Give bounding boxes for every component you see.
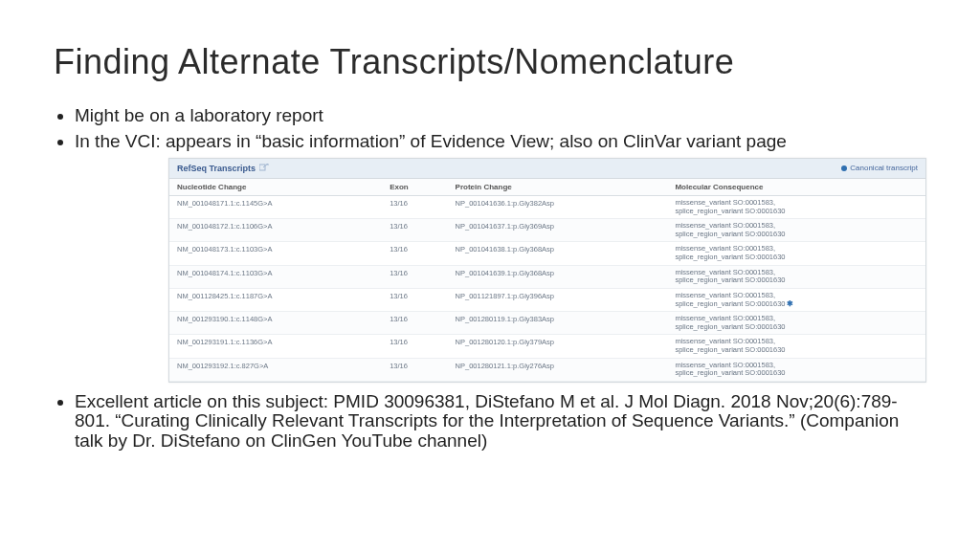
canonical-legend-text: Canonical transcript (850, 164, 918, 172)
cell-nucleotide: NM_001048172.1:c.1106G>A (169, 219, 382, 242)
table-title: RefSeq Transcripts (177, 164, 269, 173)
cell-protein: NP_001041637.1:p.Gly369Asp (448, 219, 668, 242)
bullet-list-2: Excellent article on this subject: PMID … (57, 392, 926, 452)
cell-consequence: missense_variant SO:0001583,splice_regio… (667, 195, 925, 218)
cell-exon: 13/16 (382, 195, 447, 218)
bullet-list: Might be on a laboratory report In the V… (57, 105, 926, 152)
col-protein: Protein Change (448, 179, 668, 196)
cell-exon: 13/16 (382, 358, 447, 381)
col-consequence: Molecular Consequence (667, 179, 925, 196)
cell-nucleotide: NM_001128425.1:c.1187G>A (169, 288, 382, 311)
cell-protein: NP_001280120.1:p.Gly379Asp (448, 335, 668, 358)
cell-consequence: missense_variant SO:0001583,splice_regio… (667, 219, 925, 242)
page-title: Finding Alternate Transcripts/Nomenclatu… (54, 42, 926, 82)
cell-nucleotide: NM_001293191.1:c.1136G>A (169, 335, 382, 358)
table-title-text: RefSeq Transcripts (177, 164, 256, 173)
cell-exon: 13/16 (382, 312, 447, 335)
slide: Finding Alternate Transcripts/Nomenclatu… (0, 0, 980, 551)
cell-exon: 13/16 (382, 288, 447, 311)
table-row: NM_001048172.1:c.1106G>A13/16NP_00104163… (169, 219, 925, 242)
table-row: NM_001293190.1:c.1148G>A13/16NP_00128011… (169, 312, 925, 335)
cell-nucleotide: NM_001048173.1:c.1103G>A (169, 242, 382, 265)
bullet-item: In the VCI: appears in “basic informatio… (75, 132, 926, 152)
cell-protein: NP_001121897.1:p.Gly396Asp (448, 288, 668, 311)
cell-exon: 13/16 (382, 219, 447, 242)
cell-protein: NP_001280121.1:p.Gly276Asp (448, 358, 668, 381)
svg-rect-0 (259, 165, 265, 170)
cell-nucleotide: NM_001293190.1:c.1148G>A (169, 312, 382, 335)
cell-protein: NP_001041639.1:p.Gly368Asp (448, 265, 668, 288)
table-row: NM_001128425.1:c.1187G>A13/16NP_00112189… (169, 288, 925, 311)
cell-protein: NP_001280119.1:p.Gly383Asp (448, 312, 668, 335)
cell-protein: NP_001041638.1:p.Gly368Asp (448, 242, 668, 265)
cell-consequence: missense_variant SO:0001583,splice_regio… (667, 288, 925, 311)
cell-exon: 13/16 (382, 265, 447, 288)
cell-consequence: missense_variant SO:0001583,splice_regio… (667, 358, 925, 381)
cell-protein: NP_001041636.1:p.Gly382Asp (448, 195, 668, 218)
bullet-item: Might be on a laboratory report (75, 105, 926, 126)
refseq-table-panel: RefSeq Transcripts Canonical transcript … (168, 158, 926, 383)
canonical-legend: Canonical transcript (841, 164, 918, 172)
cell-nucleotide: NM_001048174.1:c.1103G>A (169, 265, 382, 288)
cell-nucleotide: NM_001293192.1:c.827G>A (169, 358, 382, 381)
col-exon: Exon (382, 179, 447, 196)
cell-consequence: missense_variant SO:0001583,splice_regio… (667, 242, 925, 265)
table-header-bar: RefSeq Transcripts Canonical transcript (169, 159, 925, 179)
table-header-row: Nucleotide Change Exon Protein Change Mo… (169, 179, 925, 196)
table-row: NM_001048174.1:c.1103G>A13/16NP_00104163… (169, 265, 925, 288)
cell-exon: 13/16 (382, 335, 447, 358)
cell-nucleotide: NM_001048171.1:c.1145G>A (169, 195, 382, 218)
bullet-item: Excellent article on this subject: PMID … (75, 392, 926, 452)
canonical-star-icon: ✱ (785, 299, 793, 308)
refseq-table: Nucleotide Change Exon Protein Change Mo… (169, 179, 925, 382)
cell-exon: 13/16 (382, 242, 447, 265)
table-row: NM_001293192.1:c.827G>A13/16NP_001280121… (169, 358, 925, 381)
table-row: NM_001293191.1:c.1136G>A13/16NP_00128012… (169, 335, 925, 358)
table-body: NM_001048171.1:c.1145G>A13/16NP_00104163… (169, 195, 925, 381)
col-nucleotide: Nucleotide Change (169, 179, 382, 196)
table-row: NM_001048173.1:c.1103G>A13/16NP_00104163… (169, 242, 925, 265)
cell-consequence: missense_variant SO:0001583,splice_regio… (667, 335, 925, 358)
cell-consequence: missense_variant SO:0001583,splice_regio… (667, 265, 925, 288)
cell-consequence: missense_variant SO:0001583,splice_regio… (667, 312, 925, 335)
table-row: NM_001048171.1:c.1145G>A13/16NP_00104163… (169, 195, 925, 218)
external-link-icon (259, 164, 269, 173)
